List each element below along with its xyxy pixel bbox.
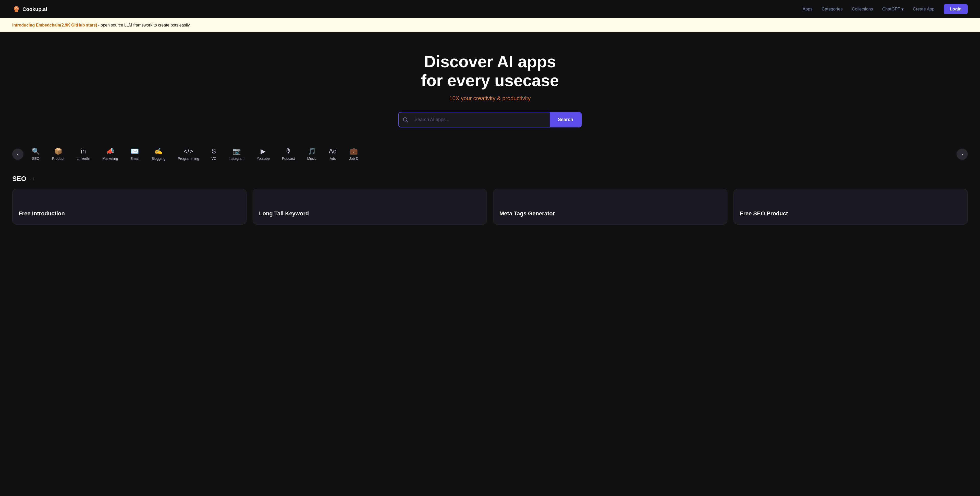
category-item-ads[interactable]: AdAds [329,148,337,160]
ads-icon: Ad [329,148,337,154]
logo-text: Cookup.ai [22,6,47,12]
card-title: Meta Tags Generator [500,210,555,217]
linkedin-label: LinkedIn [76,157,90,160]
nav-apps[interactable]: Apps [803,6,813,12]
category-item-marketing[interactable]: 📣Marketing [102,148,118,160]
seo-card-3[interactable]: Free SEO Product [733,189,968,225]
category-prev-button[interactable]: ‹ [12,149,24,160]
category-item-blogging[interactable]: ✍Blogging [151,148,165,160]
nav-chatgpt[interactable]: ChatGPT ▾ [882,6,904,12]
vc-icon: $ [212,148,216,154]
svg-line-1 [407,120,408,122]
navbar: Cookup.ai Apps Categories Collections Ch… [0,0,980,18]
seo-label: SEO [32,157,40,160]
hero-title: Discover AI apps for every usecase [421,52,559,90]
jobd-label: Job D [349,157,359,160]
youtube-label: Youtube [257,157,270,160]
login-button[interactable]: Login [944,4,968,14]
nav-create-app[interactable]: Create App [913,6,935,12]
logo[interactable]: Cookup.ai [12,5,47,13]
announcement-banner[interactable]: Introducing Embedchain(2.9K GitHub stars… [0,18,980,32]
seo-card-2[interactable]: Meta Tags Generator [493,189,727,225]
vc-label: VC [211,157,216,160]
category-item-youtube[interactable]: ▶Youtube [257,148,270,160]
category-item-music[interactable]: 🎵Music [307,148,317,160]
category-item-podcast[interactable]: 🎙Podcast [282,148,295,160]
programming-label: Programming [178,157,199,160]
ads-label: Ads [330,157,336,160]
product-icon: 📦 [54,148,62,154]
banner-rest-text: - open source LLM framework to create bo… [98,23,191,27]
instagram-icon: 📷 [232,148,241,154]
blogging-label: Blogging [151,157,165,160]
category-next-button[interactable]: › [956,149,968,160]
podcast-label: Podcast [282,157,295,160]
section-title-seo: SEO → [12,175,968,183]
category-item-jobd[interactable]: 💼Job D [349,148,359,160]
search-button[interactable]: Search [550,113,581,127]
search-icon [399,117,412,123]
music-icon: 🎵 [308,148,316,154]
category-item-seo[interactable]: 🔍SEO [32,148,40,160]
seo-card-1[interactable]: Long Tail Keyword [253,189,487,225]
nav-collections[interactable]: Collections [852,6,873,12]
seo-cards-row: Free IntroductionLong Tail KeywordMeta T… [12,189,968,225]
logo-icon [12,5,21,13]
jobd-icon: 💼 [350,148,358,154]
youtube-icon: ▶ [261,148,266,154]
nav-categories[interactable]: Categories [821,6,842,12]
music-label: Music [307,157,317,160]
hero-section: Discover AI apps for every usecase 10X y… [0,32,980,139]
banner-bold-text: Introducing Embedchain(2.9K GitHub stars… [12,23,97,27]
email-icon: ✉️ [130,148,139,154]
seo-icon: 🔍 [32,148,40,154]
category-nav: ‹ 🔍SEO📦ProductinLinkedIn📣Marketing✉️Emai… [0,139,980,169]
section-arrow: → [29,176,35,182]
category-item-email[interactable]: ✉️Email [130,148,139,160]
hero-subtitle: 10X your creativity & productivity [449,95,531,102]
seo-card-0[interactable]: Free Introduction [12,189,247,225]
search-bar: Search [398,112,582,127]
search-input[interactable] [412,113,550,127]
category-item-instagram[interactable]: 📷Instagram [229,148,245,160]
seo-section: SEO → Free IntroductionLong Tail Keyword… [0,169,980,225]
category-items: 🔍SEO📦ProductinLinkedIn📣Marketing✉️Email✍… [24,148,956,160]
programming-icon: </> [183,148,193,154]
category-item-product[interactable]: 📦Product [52,148,64,160]
category-item-programming[interactable]: </>Programming [178,148,199,160]
chevron-down-icon: ▾ [901,6,904,12]
instagram-label: Instagram [229,157,245,160]
card-title: Free SEO Product [740,210,788,217]
category-item-linkedin[interactable]: inLinkedIn [76,148,90,160]
card-title: Free Introduction [19,210,65,217]
product-label: Product [52,157,64,160]
linkedin-icon: in [81,148,86,154]
marketing-icon: 📣 [106,148,115,154]
blogging-icon: ✍ [154,148,162,154]
card-title: Long Tail Keyword [259,210,309,217]
category-item-vc[interactable]: $VC [211,148,216,160]
marketing-label: Marketing [102,157,118,160]
podcast-icon: 🎙 [285,148,292,154]
navbar-links: Apps Categories Collections ChatGPT ▾ Cr… [803,4,968,14]
email-label: Email [130,157,139,160]
